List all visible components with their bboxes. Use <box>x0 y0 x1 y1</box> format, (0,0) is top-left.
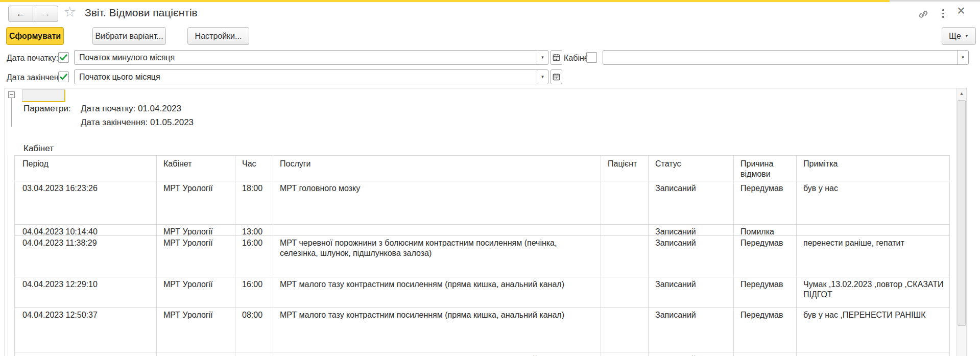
cell-reason[interactable]: Передумав <box>734 308 797 352</box>
start-date-checkbox[interactable] <box>58 52 69 63</box>
cell-time[interactable]: 16:00 <box>235 236 273 277</box>
minus-icon <box>10 94 13 95</box>
column-header-period[interactable]: Період <box>14 156 157 181</box>
param-start-date: Дата початку: 01.04.2023 <box>81 104 181 114</box>
cabinet-checkbox[interactable] <box>586 52 597 63</box>
scrollbar-thumb[interactable] <box>958 100 966 326</box>
more-button[interactable]: Ще ▼ <box>942 27 976 45</box>
selected-cell[interactable] <box>22 89 65 102</box>
cell-status[interactable]: Записаний <box>649 181 734 224</box>
cell-note[interactable]: Чумак ,13.02.2023 ,повтор ,СКАЗАТИ ПІДГО… <box>797 277 950 307</box>
cell-status[interactable]: Записаний <box>649 277 734 307</box>
table-row: 03.04.2023 16:23:26 МРТ Урології 18:00 М… <box>14 181 950 225</box>
close-icon[interactable]: × <box>957 4 965 18</box>
cell-patient[interactable] <box>601 236 649 277</box>
table-row: 04.04.2023 12:50:37 МРТ Урології 08:00 М… <box>14 308 950 352</box>
cell-cabinet[interactable]: МРТ Урології <box>157 352 235 356</box>
cell-patient[interactable] <box>601 277 649 307</box>
report-area-border-left <box>5 88 5 356</box>
cell-note[interactable]: був у нас ,ПЕРЕНЕСТИ РАНІШК <box>797 308 950 352</box>
cabinet-combobox[interactable]: ▼ <box>603 50 969 65</box>
cell-period[interactable]: 04.04.2023 10:14:40 <box>14 225 157 235</box>
cabinet-dropdown-button[interactable]: ▼ <box>957 51 968 64</box>
cabinet-value <box>603 51 957 64</box>
favorite-star-icon[interactable]: ☆ <box>63 5 76 19</box>
generate-button[interactable]: Сформувати <box>6 27 64 45</box>
more-menu-icon[interactable] <box>942 9 944 19</box>
cell-note[interactable] <box>797 352 950 356</box>
column-header-status[interactable]: Статус <box>649 156 734 181</box>
cell-reason[interactable]: Помилка <box>734 225 797 235</box>
start-date-calendar-button[interactable] <box>551 50 562 65</box>
column-header-time[interactable]: Час <box>235 156 273 181</box>
copy-link-icon[interactable] <box>917 8 930 22</box>
settings-button[interactable]: Настройки... <box>187 27 249 45</box>
cell-status[interactable]: Записаний <box>649 236 734 277</box>
cell-cabinet[interactable]: МРТ Урології <box>157 277 235 307</box>
cell-reason[interactable]: Передумав <box>734 277 797 307</box>
cell-services[interactable]: МРТ малого тазу контрастним посиленням (… <box>273 277 601 307</box>
end-date-calendar-button[interactable] <box>551 69 562 84</box>
back-button[interactable]: ← <box>8 6 33 22</box>
cell-cabinet[interactable]: МРТ Урології <box>157 308 235 352</box>
cell-services[interactable] <box>273 225 601 235</box>
start-date-input[interactable]: Початок минулого місяця ▼ <box>74 50 548 65</box>
chevron-down-icon: ▼ <box>541 75 545 79</box>
cell-reason[interactable]: Передумав <box>734 352 797 356</box>
cell-patient[interactable] <box>601 225 649 235</box>
calendar-icon <box>553 73 560 81</box>
cell-patient[interactable] <box>601 352 649 356</box>
end-date-input[interactable]: Початок цього місяця ▼ <box>74 69 548 84</box>
report-table: Період Кабінет Час Послуги Пацієнт Стату… <box>14 155 950 356</box>
end-date-checkbox[interactable] <box>58 72 69 82</box>
cell-note[interactable]: перенести раніше, гепатит <box>797 236 950 277</box>
cell-patient[interactable] <box>601 181 649 224</box>
cell-status[interactable]: Записаний <box>649 352 734 356</box>
cell-time[interactable]: 18:00 <box>235 181 273 224</box>
cell-cabinet[interactable]: МРТ Урології <box>157 236 235 277</box>
cell-period[interactable]: 04.04.2023 13:13:38 <box>14 352 157 356</box>
cell-status[interactable]: Записаний <box>649 225 734 235</box>
scroll-up-icon[interactable]: ▲ <box>957 88 967 99</box>
cell-services[interactable]: МРТ малого тазу контрастним посиленням (… <box>273 308 601 352</box>
cell-services[interactable]: МРТ черевної порожнини з болюсним контра… <box>273 236 601 277</box>
cell-services[interactable]: МРТ малого тазу контрастним посиленням (… <box>273 352 601 356</box>
group-tree-line <box>11 98 12 127</box>
cell-reason[interactable]: Передумав <box>734 181 797 224</box>
column-header-reason[interactable]: Причина відмови <box>734 156 797 181</box>
cell-cabinet[interactable]: МРТ Урології <box>157 181 235 224</box>
cell-period[interactable]: 04.04.2023 12:50:37 <box>14 308 157 352</box>
cell-cabinet[interactable]: МРТ Урології <box>157 225 235 235</box>
more-button-label: Ще <box>949 32 961 41</box>
cell-reason[interactable]: Передумав <box>734 236 797 277</box>
cell-status[interactable]: Записаний <box>649 308 734 352</box>
active-tab-strip <box>0 0 890 2</box>
params-label: Параметри: <box>23 104 71 114</box>
table-header-row: Період Кабінет Час Послуги Пацієнт Стату… <box>14 155 950 181</box>
table-row: 04.04.2023 13:13:38 МРТ Урології 13:00 М… <box>14 352 950 356</box>
column-header-cabinet[interactable]: Кабінет <box>157 156 235 181</box>
column-header-patient[interactable]: Пацієнт <box>601 156 649 181</box>
cell-services[interactable]: МРТ головного мозку <box>273 181 601 224</box>
cell-time[interactable]: 08:00 <box>235 308 273 352</box>
start-date-dropdown-button[interactable]: ▼ <box>537 51 548 64</box>
cell-patient[interactable] <box>601 308 649 352</box>
forward-button[interactable]: → <box>33 6 58 22</box>
cell-time[interactable]: 16:00 <box>235 277 273 307</box>
end-date-dropdown-button[interactable]: ▼ <box>537 70 548 84</box>
calendar-icon <box>553 54 560 61</box>
chevron-down-icon: ▼ <box>965 34 969 38</box>
table-row: 04.04.2023 10:14:40 МРТ Урології 13:00 З… <box>14 225 950 236</box>
cell-time[interactable]: 13:00 <box>235 225 273 235</box>
cell-time[interactable]: 13:00 <box>235 352 273 356</box>
cell-period[interactable]: 03.04.2023 16:23:26 <box>14 181 157 224</box>
cell-period[interactable]: 04.04.2023 11:38:29 <box>14 236 157 277</box>
cell-period[interactable]: 04.04.2023 12:29:10 <box>14 277 157 307</box>
collapse-group-button[interactable] <box>8 91 15 98</box>
cell-note[interactable] <box>797 225 950 235</box>
cell-note[interactable]: був у нас <box>797 181 950 224</box>
back-arrow-icon: ← <box>16 8 26 19</box>
column-header-note[interactable]: Примітка <box>797 156 950 181</box>
select-variant-button[interactable]: Вибрати варіант... <box>92 27 166 45</box>
column-header-services[interactable]: Послуги <box>273 156 601 181</box>
